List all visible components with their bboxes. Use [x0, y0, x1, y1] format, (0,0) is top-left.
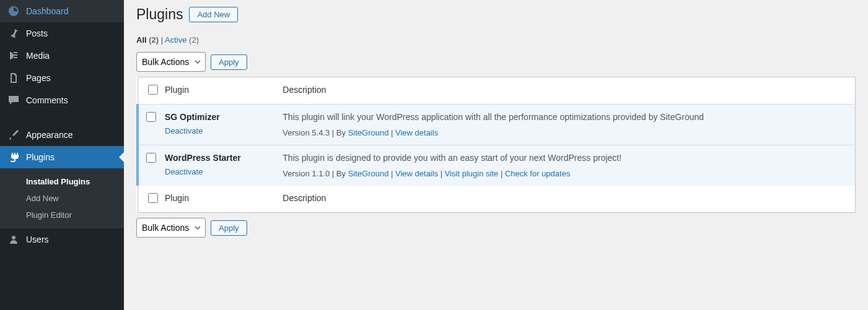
page-header: Plugins Add New — [136, 6, 856, 23]
table-row: SG Optimizer Deactivate This plugin will… — [138, 105, 856, 145]
plugin-description: This plugin will link your WordPress app… — [283, 112, 849, 122]
brush-icon — [7, 129, 20, 141]
sidebar-item-dashboard[interactable]: Dashboard — [0, 0, 124, 22]
plugin-name: WordPress Starter — [165, 153, 270, 163]
col-footer-plugin: Plugin — [159, 186, 276, 213]
sidebar-label: Users — [26, 235, 49, 244]
select-all-checkbox-top[interactable] — [148, 85, 158, 95]
filter-all[interactable]: All (2) — [136, 35, 159, 45]
apply-button-bottom[interactable]: Apply — [211, 220, 247, 236]
submenu-plugin-editor[interactable]: Plugin Editor — [0, 207, 124, 223]
sidebar-item-pages[interactable]: Pages — [0, 67, 124, 89]
plugin-name: SG Optimizer — [165, 112, 270, 122]
plugin-icon — [7, 151, 20, 163]
sidebar-item-comments[interactable]: Comments — [0, 89, 124, 111]
bulk-action-select-top[interactable]: Bulk Actions — [136, 52, 206, 72]
col-header-plugin: Plugin — [159, 77, 276, 105]
filter-active[interactable]: Active (2) — [165, 35, 199, 45]
pin-icon — [7, 27, 20, 40]
admin-sidebar: Dashboard Posts Media Pages Comments App… — [0, 0, 124, 310]
dashboard-icon — [7, 5, 20, 17]
view-details-link[interactable]: View details — [395, 169, 438, 178]
sidebar-label: Dashboard — [26, 6, 69, 16]
pages-icon — [7, 72, 20, 84]
page-title: Plugins — [136, 6, 183, 23]
sidebar-label: Plugins — [26, 152, 55, 162]
comments-icon — [7, 94, 20, 106]
col-footer-description: Description — [276, 186, 855, 213]
visit-site-link[interactable]: Visit plugin site — [445, 169, 498, 178]
deactivate-link[interactable]: Deactivate — [165, 126, 203, 136]
submenu-add-new[interactable]: Add New — [0, 190, 124, 207]
author-link[interactable]: SiteGround — [348, 128, 389, 137]
apply-button-top[interactable]: Apply — [211, 54, 247, 70]
row-checkbox[interactable] — [146, 112, 156, 122]
add-new-button[interactable]: Add New — [189, 7, 238, 22]
media-icon — [7, 50, 20, 62]
author-link[interactable]: SiteGround — [348, 169, 389, 178]
deactivate-link[interactable]: Deactivate — [165, 167, 203, 176]
sidebar-item-plugins[interactable]: Plugins — [0, 146, 124, 168]
row-checkbox[interactable] — [146, 153, 156, 163]
sidebar-item-media[interactable]: Media — [0, 45, 124, 67]
plugin-meta: Version 5.4.3 | By SiteGround | View det… — [283, 128, 849, 137]
col-header-description: Description — [276, 77, 855, 105]
select-all-checkbox-bottom[interactable] — [148, 193, 158, 203]
plugin-meta: Version 1.1.0 | By SiteGround | View det… — [283, 169, 849, 178]
sidebar-label: Appearance — [26, 130, 73, 140]
view-details-link[interactable]: View details — [395, 128, 438, 137]
sidebar-item-users[interactable]: Users — [0, 228, 124, 251]
sidebar-label: Comments — [26, 95, 68, 105]
check-updates-link[interactable]: Check for updates — [505, 169, 571, 178]
bulk-action-select-bottom[interactable]: Bulk Actions — [136, 218, 206, 238]
plugin-status-filters: All (2) | Active (2) — [136, 35, 856, 45]
tablenav-top: Bulk Actions Apply — [136, 52, 856, 72]
sidebar-item-posts[interactable]: Posts — [0, 22, 124, 45]
submenu-installed-plugins[interactable]: Installed Plugins — [0, 173, 124, 190]
sidebar-item-appearance[interactable]: Appearance — [0, 124, 124, 146]
sidebar-label: Media — [26, 51, 50, 61]
plugin-description: This plugin is designed to provide you w… — [283, 153, 849, 163]
plugins-table: Plugin Description SG Optimizer Deactiva… — [136, 77, 856, 213]
main-content: Plugins Add New All (2) | Active (2) Bul… — [124, 0, 868, 310]
plugins-submenu: Installed Plugins Add New Plugin Editor — [0, 168, 124, 228]
table-row: WordPress Starter Deactivate This plugin… — [138, 145, 856, 186]
tablenav-bottom: Bulk Actions Apply — [136, 218, 856, 238]
users-icon — [7, 233, 20, 246]
sidebar-label: Posts — [26, 28, 48, 38]
sidebar-label: Pages — [26, 73, 51, 83]
